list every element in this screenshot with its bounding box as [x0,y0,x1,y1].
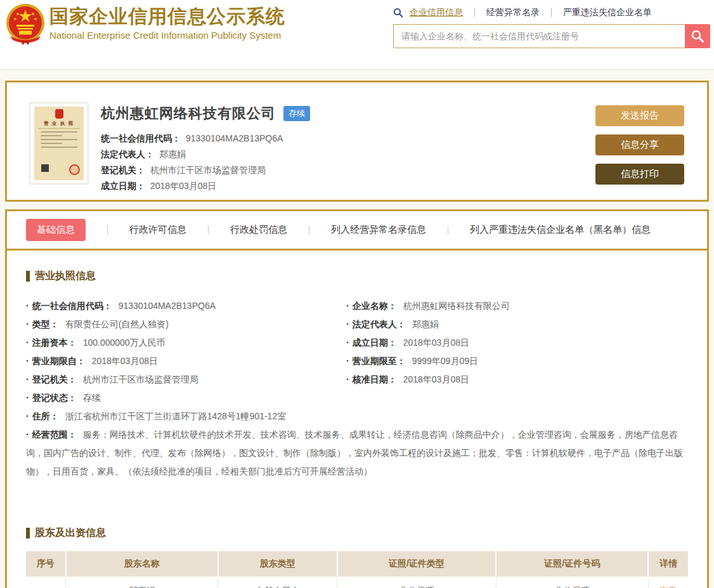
site-subtitle: National Enterprise Credit Information P… [49,30,285,41]
license-thumb-textline [41,147,77,148]
field-company-name: 企业名称：杭州惠虹网络科技有限公司 [346,297,688,315]
site-title-block: 国家企业信用信息公示系统 National Enterprise Credit … [49,5,285,41]
field-term-from: 营业期限自：2018年03月08日 [26,352,346,370]
company-summary-card: 营 业 执 照 杭州惠虹网络科技有限公司 存续 统一社会信用代码：9133010… [5,81,709,202]
license-thumb-textline [41,131,77,133]
send-report-button[interactable]: 发送报告 [595,105,684,126]
tab-administrative-penalty[interactable]: 行政处罚信息 [230,224,287,236]
field-grid-filler [346,389,688,407]
shareholder-table: 序号 股东名称 股东类型 证照/证件类型 证照/证件号码 详情 1 郑惠娟 自然 [26,551,688,588]
tab-blacklist-info[interactable]: 列入严重违法失信企业名单（黑名单）信息 [470,224,651,236]
tab-abnormal-operations[interactable]: 列入经营异常名录信息 [331,224,426,236]
tab-divider [208,225,209,235]
status-badge[interactable]: 存续 [283,106,310,121]
tab-bar: 基础信息 行政许可信息 行政处罚信息 列入经营异常名录信息 列入严重违法失信企业… [7,211,707,249]
tab-administrative-license[interactable]: 行政许可信息 [129,224,186,236]
cell-detail: 查看 [648,577,688,588]
cell-cert-number: 非公示项 [496,577,648,588]
site-title: 国家企业信用信息公示系统 [49,5,285,28]
license-red-seal [69,164,80,175]
nav-link-enterprise-credit[interactable]: 企业信用信息 [410,7,463,18]
tab-basic-info[interactable]: 基础信息 [26,219,86,241]
license-thumb-rule [38,128,80,129]
company-name: 杭州惠虹网络科技有限公司 [101,104,276,123]
table-header-row: 序号 股东名称 股东类型 证照/证件类型 证照/证件号码 详情 [26,551,688,577]
national-emblem-logo [5,3,46,46]
field-registered-capital: 注册资本：100.000000万人民币 [26,334,346,352]
site-header: 国家企业信用信息公示系统 National Enterprise Credit … [0,0,714,70]
summary-field-legal-rep: 法定代表人：郑惠娟 [101,147,310,162]
column-header-seq: 序号 [26,551,66,577]
company-info: 杭州惠虹网络科技有限公司 存续 统一社会信用代码：91330104MA2B13P… [101,103,310,180]
license-section-title: 营业执照信息 [26,270,688,283]
cell-shareholder-type: 自然人股东 [218,577,337,588]
header-right: 企业信用信息 经营异常名录 严重违法失信企业名单 [393,6,710,48]
field-address: 住所：浙江省杭州市江干区丁兰街道环丁路1428号1幢901-12室 [26,407,688,426]
search-bar [393,24,710,48]
field-legal-rep: 法定代表人：郑惠娟 [346,315,688,334]
share-info-button[interactable]: 信息分享 [595,134,684,155]
nav-link-abnormal-operations[interactable]: 经营异常名录 [486,7,540,18]
section-marker [26,528,30,539]
field-company-type: 类型：有限责任公司(自然人独资) [26,315,346,334]
license-thumb-title: 营 业 执 照 [37,121,81,127]
license-thumb-paper: 营 业 执 照 [34,107,84,180]
field-approval-date: 核准日期：2018年03月08日 [346,370,688,389]
nav-link-blacklist[interactable]: 严重违法失信企业名单 [563,7,652,18]
search-input[interactable] [393,24,685,48]
field-registration-authority: 登记机关：杭州市江干区市场监督管理局 [26,370,346,389]
column-header-cert-type: 证照/证件类型 [337,551,497,577]
column-header-shareholder-name: 股东名称 [66,551,218,577]
field-establish-date: 成立日期：2018年03月08日 [346,334,688,352]
nav-divider [474,8,475,17]
detail-content: 营业执照信息 统一社会信用代码：91330104MA2B13PQ6A 企业名称：… [7,251,707,588]
license-thumb-textline [41,143,62,144]
summary-field-establish-date: 成立日期：2018年03月08日 [101,178,310,194]
field-credit-code: 统一社会信用代码：91330104MA2B13PQ6A [26,297,346,315]
license-thumb-textline [41,135,62,136]
view-detail-link[interactable]: 查看 [659,585,677,588]
shareholder-section: 股东及出资信息 序号 股东名称 股东类型 证照/证件类型 证照/证件号码 [26,526,688,588]
column-header-shareholder-type: 股东类型 [218,551,337,577]
column-header-cert-number: 证照/证件号码 [496,551,648,577]
tab-divider [107,225,108,235]
license-thumb-textline [41,139,77,140]
search-icon [691,29,704,43]
nav-divider [551,8,552,17]
shareholder-section-title: 股东及出资信息 [26,526,688,540]
cell-seq: 1 [26,577,66,588]
section-marker [26,271,30,282]
license-field-grid: 统一社会信用代码：91330104MA2B13PQ6A 企业名称：杭州惠虹网络科… [26,297,688,481]
column-header-detail: 详情 [648,551,688,577]
action-buttons: 发送报告 信息分享 信息打印 [595,105,684,193]
field-registration-status: 登记状态：存续 [26,389,346,407]
license-emblem-icon [55,109,63,119]
field-business-scope: 经营范围：服务：网络技术、计算机软硬件的技术开发、技术咨询、技术服务、成果转让，… [26,426,688,481]
cell-cert-type: 非公示项 [337,577,497,588]
detail-card: 基础信息 行政许可信息 行政处罚信息 列入经营异常名录信息 列入严重违法失信企业… [5,209,709,588]
summary-field-registration-authority: 登记机关：杭州市江干区市场监督管理局 [101,162,310,178]
cell-shareholder-name: 郑惠娟 [66,577,218,588]
tab-divider [309,225,309,235]
license-qr-code [39,162,51,174]
tab-divider [448,225,448,235]
summary-field-credit-code: 统一社会信用代码：91330104MA2B13PQ6A [101,131,310,147]
top-nav: 企业信用信息 经营异常名录 严重违法失信企业名单 [393,6,710,19]
print-info-button[interactable]: 信息打印 [595,164,684,185]
business-license-thumbnail[interactable]: 营 业 执 照 [30,103,88,184]
search-icon [393,8,403,18]
search-button[interactable] [685,24,710,48]
field-term-to: 营业期限至：9999年09月09日 [346,352,688,370]
table-row: 1 郑惠娟 自然人股东 非公示项 非公示项 查看 [26,577,688,588]
page-body: 营 业 执 照 杭州惠虹网络科技有限公司 存续 统一社会信用代码：9133010… [0,70,714,588]
